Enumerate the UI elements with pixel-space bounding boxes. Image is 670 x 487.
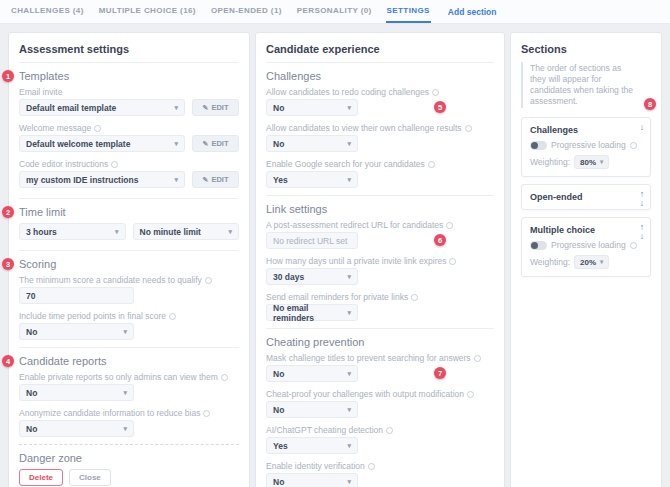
progressive-loading-label: Progressive loading [551,140,626,150]
delete-button[interactable]: Delete [19,469,63,486]
weighting-select[interactable]: 80% ▾ [574,155,609,169]
link-expiry-label: How many days until a private invite lin… [266,256,494,266]
info-icon [169,313,176,320]
chevron-down-icon: ▾ [347,273,351,281]
tab-open-ended[interactable]: OPEN-ENDED (1) [210,0,283,23]
info-icon [474,355,481,362]
tab-multiple-choice[interactable]: MULTIPLE CHOICE (16) [98,0,197,23]
tab-settings[interactable]: SETTINGS [386,0,431,23]
identity-verification-select[interactable]: No ▾ [266,473,358,487]
chevron-down-icon: ▾ [123,328,127,336]
move-down-icon[interactable]: ↓ [640,199,644,208]
info-icon [428,161,435,168]
chevron-down-icon: ▾ [600,158,603,166]
chevron-down-icon: ▾ [123,425,127,433]
link-expiry-select[interactable]: 30 days ▾ [266,268,358,285]
progressive-loading-label: Progressive loading [551,240,626,250]
move-down-icon[interactable]: ↓ [640,232,644,241]
tab-personality[interactable]: PERSONALITY (0) [296,0,373,23]
chevron-down-icon: ▾ [347,104,351,112]
toggle-knob [531,242,538,249]
code-editor-instructions-select[interactable]: my custom IDE instructions ▾ [19,171,185,188]
pencil-icon: ✎ [203,104,209,112]
divider [19,198,239,199]
info-icon [94,125,101,132]
chevron-down-icon: ▾ [600,258,603,266]
email-invite-select[interactable]: Default email template ▾ [19,99,185,116]
candidate-reports-heading: 4 Candidate reports [19,355,239,368]
step-badge-8: 8 [644,98,656,110]
chevron-down-icon: ▾ [347,442,351,450]
email-invite-edit-button[interactable]: ✎ EDIT [192,99,239,116]
chevron-down-icon: ▾ [347,478,351,486]
step-badge-1: 1 [2,70,14,82]
divider [266,328,494,329]
info-icon [205,277,212,284]
weighting-label: Weighting: [530,157,570,167]
step-badge-4: 4 [2,355,14,367]
ai-detection-label: AI/ChatGPT cheating detection [266,425,494,435]
scoring-heading: 3 Scoring [19,258,239,271]
pencil-icon: ✎ [203,140,209,148]
code-editor-instructions-label: Code editor instructions [19,159,239,169]
challenges-heading: Challenges [266,70,494,83]
divider [19,250,239,251]
section-card-open-ended: Open-ended ↑ ↓ [521,184,651,210]
time-points-label: Include time period points in final scor… [19,311,239,321]
anonymize-select[interactable]: No ▾ [19,420,134,437]
tab-challenges[interactable]: CHALLENGES (4) [10,0,85,23]
google-search-label: Enable Google search for your candidates [266,159,494,169]
progressive-loading-toggle[interactable] [530,141,547,150]
add-section-link[interactable]: Add section [448,0,497,23]
redo-challenges-select[interactable]: No ▾ [266,99,358,116]
move-down-icon[interactable]: ↓ [640,123,644,132]
redirect-url-input[interactable]: No redirect URL set [266,232,358,249]
chevron-down-icon: ▾ [347,309,351,317]
close-button[interactable]: Close [69,469,111,486]
email-reminders-label: Send email reminders for private links [266,292,494,302]
info-icon [630,142,637,149]
mask-titles-label: Mask challenge titles to prevent searchi… [266,353,494,363]
weighting-select[interactable]: 20% ▾ [574,255,609,269]
mask-titles-select[interactable]: No ▾ [266,365,358,382]
sections-order-note: The order of sections as they will appea… [521,62,651,108]
cheat-proof-label: Cheat-proof your challenges with output … [266,389,494,399]
time-limit-minutes-select[interactable]: No minute limit ▾ [133,223,240,240]
chevron-down-icon: ▾ [347,406,351,414]
sections-title: Sections [521,43,651,55]
divider-dashed [19,444,239,445]
time-limit-hours-select[interactable]: 3 hours ▾ [19,223,126,240]
sections-panel: Sections The order of sections as they w… [510,32,662,487]
chevron-down-icon: ▾ [347,370,351,378]
email-reminders-select[interactable]: No email reminders ▾ [266,304,358,321]
redo-challenges-label: Allow candidates to redo coding challeng… [266,87,494,97]
section-tab-bar: CHALLENGES (4) MULTIPLE CHOICE (16) OPEN… [0,0,670,24]
info-icon [203,410,210,417]
chevron-down-icon: ▾ [174,176,178,184]
step-badge-5: 5 [434,101,446,113]
cheat-proof-select[interactable]: No ▾ [266,401,358,418]
min-score-label: The minimum score a candidate needs to q… [19,275,239,285]
info-icon [368,463,375,470]
chevron-down-icon: ▾ [174,104,178,112]
chevron-down-icon: ▾ [347,176,351,184]
divider [19,347,239,348]
min-score-input[interactable]: 70 [19,287,134,304]
ai-detection-select[interactable]: Yes ▾ [266,437,358,454]
welcome-message-select[interactable]: Default welcome template ▾ [19,135,185,152]
info-icon [465,125,472,132]
section-card-title: Challenges [530,125,642,135]
chevron-down-icon: ▾ [174,140,178,148]
private-reports-select[interactable]: No ▾ [19,384,134,401]
view-results-label: Allow candidates to view their own chall… [266,123,494,133]
divider [266,195,494,196]
welcome-message-label: Welcome message [19,123,239,133]
progressive-loading-toggle[interactable] [530,241,547,250]
view-results-select[interactable]: No ▾ [266,135,358,152]
step-badge-7: 7 [434,367,446,379]
code-editor-instructions-edit-button[interactable]: ✎ EDIT [192,171,239,188]
welcome-message-edit-button[interactable]: ✎ EDIT [192,135,239,152]
time-points-select[interactable]: No ▾ [19,323,134,340]
google-search-select[interactable]: Yes ▾ [266,171,358,188]
danger-zone-heading: Danger zone [19,452,239,465]
